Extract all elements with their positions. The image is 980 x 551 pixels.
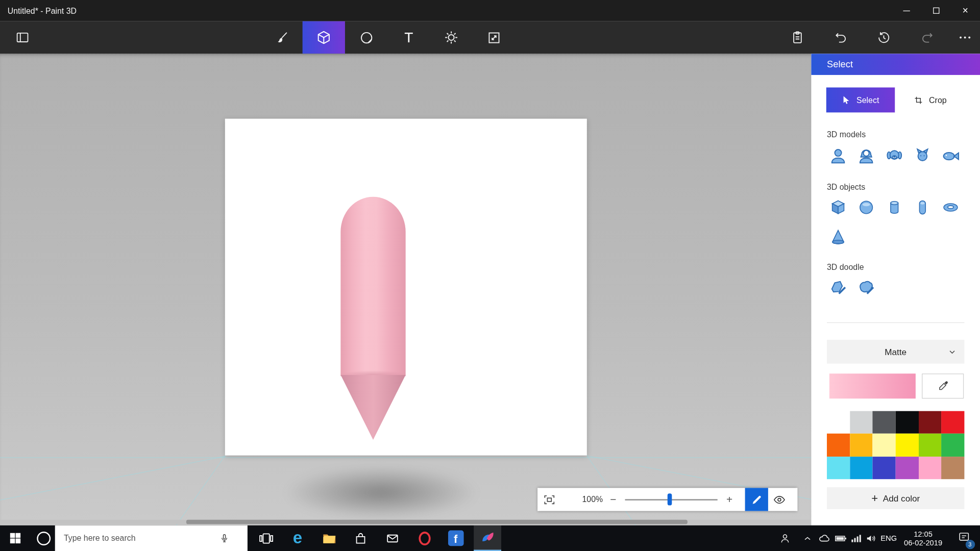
cylinder-icon — [885, 197, 904, 217]
material-dropdown[interactable]: Matte — [827, 340, 964, 364]
tab-crop[interactable]: Crop — [895, 87, 965, 112]
taskbar-app-facebook[interactable]: f — [442, 525, 470, 551]
tray-expand-button[interactable] — [799, 525, 816, 551]
section-3d-doodle-label: 3D doodle — [827, 262, 864, 271]
palette-color[interactable] — [919, 411, 942, 434]
search-input[interactable] — [55, 534, 219, 543]
canvas-expand-icon — [486, 30, 502, 45]
zoom-in-button[interactable]: + — [723, 493, 737, 506]
start-button[interactable] — [0, 525, 30, 551]
minimize-button[interactable] — [892, 0, 921, 21]
canvas-floor-shadow — [284, 466, 478, 519]
palette-color[interactable] — [941, 411, 964, 434]
undo-button[interactable] — [826, 21, 856, 54]
torus-icon — [941, 197, 961, 217]
current-color-swatch[interactable] — [829, 373, 916, 398]
object-torus-button[interactable] — [939, 196, 962, 218]
model-fish-button[interactable] — [939, 145, 962, 167]
palette-color[interactable] — [827, 434, 850, 457]
brush-tool-button[interactable] — [260, 21, 302, 54]
3d-shapes-tool-button[interactable] — [303, 21, 345, 54]
store-icon — [353, 531, 368, 545]
palette-color[interactable] — [827, 457, 850, 480]
palette-color[interactable] — [919, 434, 942, 457]
doodle-sharp-button[interactable] — [827, 276, 849, 298]
panel-divider — [827, 322, 964, 323]
palette-color[interactable] — [873, 411, 896, 434]
more-options-button[interactable] — [950, 21, 980, 54]
taskbar-app-mail[interactable] — [379, 525, 406, 551]
language-indicator[interactable]: ENG — [879, 525, 899, 551]
palette-color[interactable] — [873, 457, 896, 480]
sticker-icon — [358, 30, 374, 45]
add-color-button[interactable]: + Add color — [827, 487, 964, 509]
zoom-out-button[interactable]: − — [606, 493, 620, 506]
people-button[interactable] — [775, 525, 795, 551]
effects-tool-button[interactable] — [430, 21, 472, 54]
eyedropper-icon — [937, 380, 949, 392]
action-center-button[interactable]: 3 — [951, 525, 976, 551]
object-cone-button[interactable] — [827, 226, 849, 248]
redo-button[interactable] — [913, 21, 943, 54]
palette-color[interactable] — [896, 411, 919, 434]
palette-color[interactable] — [827, 411, 850, 434]
taskbar-app-edge[interactable]: e — [284, 525, 311, 551]
network-tray-button[interactable] — [849, 525, 864, 551]
task-view-button[interactable] — [255, 525, 278, 551]
taskbar-app-file-explorer[interactable] — [315, 525, 343, 551]
model-cat-button[interactable] — [911, 145, 934, 167]
canvas-tool-button[interactable] — [473, 21, 515, 54]
draw-mode-button[interactable] — [745, 488, 768, 511]
clock[interactable]: 12:05 06-02-2019 — [899, 525, 948, 551]
maximize-button[interactable] — [921, 0, 951, 21]
model-dog-button[interactable] — [883, 145, 905, 167]
tab-select[interactable]: Select — [826, 87, 895, 112]
palette-color[interactable] — [850, 457, 873, 480]
volume-tray-button[interactable] — [864, 525, 878, 551]
battery-tray-button[interactable] — [832, 525, 849, 551]
taskbar-search[interactable] — [55, 525, 248, 551]
menu-button[interactable] — [10, 21, 35, 54]
zoom-slider[interactable] — [625, 488, 717, 511]
palette-color[interactable] — [896, 457, 919, 480]
panel-header: Select — [811, 54, 980, 75]
palette-color[interactable] — [850, 411, 873, 434]
window-title: Untitled* - Paint 3D — [0, 6, 77, 15]
signal-bars-icon — [850, 532, 862, 544]
paste-button[interactable] — [782, 21, 813, 54]
taskbar-app-opera[interactable] — [410, 525, 438, 551]
horizontal-scrollbar-thumb[interactable] — [186, 520, 688, 524]
battery-icon — [834, 531, 847, 545]
model-woman-button[interactable] — [855, 145, 877, 167]
view-mode-button[interactable] — [768, 493, 791, 507]
palette-color[interactable] — [941, 457, 964, 480]
object-cube-button[interactable] — [827, 196, 849, 218]
cortana-button[interactable] — [33, 525, 55, 551]
palette-color[interactable] — [919, 457, 942, 480]
object-cylinder-button[interactable] — [883, 196, 905, 218]
doodle-soft-button[interactable] — [855, 276, 877, 298]
taskbar-app-store[interactable] — [347, 525, 375, 551]
palette-color[interactable] — [896, 434, 919, 457]
eyedropper-button[interactable] — [922, 373, 964, 398]
drawing-canvas[interactable] — [225, 119, 587, 456]
fit-to-window-button[interactable] — [537, 493, 561, 507]
horizontal-scrollbar[interactable] — [0, 520, 811, 524]
notification-badge: 3 — [965, 540, 974, 549]
taskbar-app-paint3d[interactable] — [474, 525, 501, 551]
palette-color[interactable] — [873, 434, 896, 457]
sharp-doodle-icon — [828, 278, 848, 297]
text-tool-button[interactable]: T — [387, 21, 430, 54]
history-button[interactable] — [869, 21, 899, 54]
object-capsule-button[interactable] — [911, 196, 934, 218]
model-man-button[interactable] — [827, 145, 849, 167]
select-cursor-icon — [842, 95, 851, 104]
microphone-icon[interactable] — [219, 533, 230, 544]
onedrive-tray-button[interactable] — [816, 525, 832, 551]
close-button[interactable]: × — [950, 0, 980, 21]
stickers-tool-button[interactable] — [345, 21, 387, 54]
object-sphere-button[interactable] — [855, 196, 877, 218]
zoom-slider-thumb[interactable] — [668, 493, 672, 505]
palette-color[interactable] — [941, 434, 964, 457]
palette-color[interactable] — [850, 434, 873, 457]
